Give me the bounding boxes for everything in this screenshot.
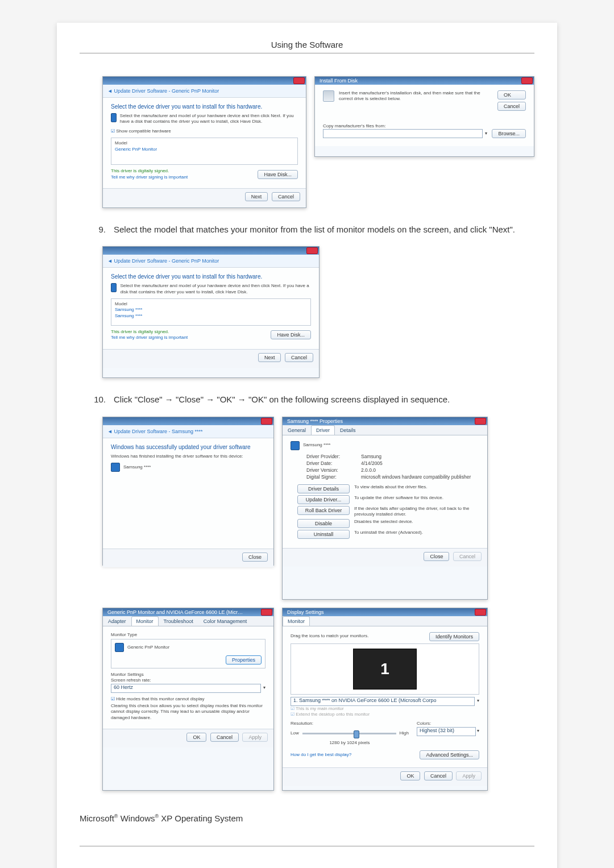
dialog-update-driver-select-samsung: ◄ Update Driver Software - Generic PnP M… [102,246,320,378]
dialog-subtext: Windows has finished installing the driv… [111,454,265,459]
drag-instruction: Drag the icons to match your monitors. [291,633,368,639]
colors-select[interactable]: Highest (32 bit) [417,727,476,736]
close-icon[interactable] [475,418,486,425]
slider-high-label: High [400,730,409,736]
uninstall-button[interactable]: Uninstall [297,530,350,539]
close-icon[interactable] [475,609,486,616]
copy-from-label: Copy manufacturer's files from: [323,123,526,129]
next-button[interactable]: Next [258,353,281,362]
cancel-button[interactable]: Cancel [424,771,453,780]
close-icon[interactable] [521,77,533,84]
breadcrumb: ◄ Update Driver Software - Generic PnP M… [103,85,306,98]
have-disk-button[interactable]: Have Disk... [271,330,311,339]
cancel-button[interactable]: Cancel [453,552,482,561]
resolution-slider[interactable] [302,733,396,734]
cancel-button[interactable]: Cancel [497,102,526,111]
monitor-select[interactable]: 1. Samsung **** on NVIDIA GeForce 6600 L… [291,697,475,706]
signed-link[interactable]: Tell me why driver signing is important [111,335,188,340]
browse-button[interactable]: Browse... [492,129,526,138]
model-item[interactable]: Generic PnP Monitor [115,147,294,152]
signed-text: This driver is digitally signed. [111,168,188,174]
step-number: 10. [91,393,106,406]
tabs: General Driver Details [283,425,487,435]
slider-low-label: Low [291,730,299,736]
tab-troubleshoot[interactable]: Troubleshoot [159,616,198,626]
os-text: XP Operating System [159,813,243,823]
model-item[interactable]: Samsung **** [115,307,307,313]
identify-monitors-button[interactable]: Identify Monitors [429,632,479,641]
tab-color-mgmt[interactable]: Color Management [198,616,252,626]
extend-desktop-checkbox: Extend the desktop onto this monitor [291,712,479,717]
kv-value: microsoft windows hardware compatibility… [361,474,479,480]
dropdown-icon[interactable]: ▾ [485,131,487,136]
tab-details[interactable]: Details [335,425,361,435]
apply-button[interactable]: Apply [456,771,482,780]
dropdown-icon[interactable]: ▾ [263,685,265,691]
step-9: 9. Select the model that matches your mo… [91,223,534,236]
properties-button[interactable]: Properties [226,655,262,665]
close-button[interactable]: Close [242,553,268,562]
refresh-rate-label: Screen refresh rate: [111,678,265,683]
driver-details-button[interactable]: Driver Details [297,484,350,493]
ok-button[interactable]: OK [497,90,526,99]
dropdown-icon[interactable]: ▾ [477,698,479,704]
os-text: Windows [118,813,155,823]
model-list[interactable]: Model Generic PnP Monitor [111,138,298,165]
dialog-device-properties: Samsung **** Properties General Driver D… [282,417,488,600]
ok-button[interactable]: OK [400,771,420,780]
rollback-driver-button[interactable]: Roll Back Driver [297,506,350,515]
page-header: Using the Software [80,40,534,53]
model-item[interactable]: Samsung **** [115,313,307,319]
titlebar: Install From Disk [315,77,534,85]
ok-button[interactable]: OK [186,733,206,742]
dialog-install-from-disk: Install From Disk Insert the manufacture… [314,76,534,157]
hide-modes-checkbox[interactable]: Hide modes that this monitor cannot disp… [111,696,265,702]
close-icon[interactable] [306,247,318,254]
resolution-value: 1280 by 1024 pixels [291,740,409,746]
col-model: Model [115,140,294,146]
slider-thumb-icon[interactable] [354,730,359,738]
close-icon[interactable] [293,77,305,84]
tab-adapter[interactable]: Adapter [103,616,131,626]
next-button[interactable]: Next [245,192,268,201]
signed-link[interactable]: Tell me why driver signing is important [111,175,188,180]
have-disk-button[interactable]: Have Disk... [258,170,298,179]
close-icon[interactable] [261,418,272,425]
tab-monitor[interactable]: Monitor [283,616,310,626]
device-icon [111,283,117,292]
breadcrumb-text: Update Driver Software - Generic PnP Mon… [114,88,219,94]
resolution-label: Resolution: [291,721,409,726]
help-link[interactable]: How do I get the best display? [291,752,351,758]
dialog-heading: Select the device driver you want to ins… [111,273,311,280]
figure-col-c: ◄ Update Driver Software - Generic PnP M… [102,246,534,378]
show-compatible-checkbox[interactable]: Show compatible hardware [111,128,298,134]
dialog-monitor-adapter-properties: Generic PnP Monitor and NVIDIA GeForce 6… [102,608,274,791]
btn-desc: If the device fails after updating the d… [354,506,479,518]
tab-monitor[interactable]: Monitor [131,616,159,626]
refresh-rate-select[interactable]: 60 Hertz [111,684,261,693]
cancel-button[interactable]: Cancel [272,192,300,201]
dialog-message: Insert the manufacturer's installation d… [339,90,491,102]
device-icon [291,441,300,450]
dropdown-icon[interactable]: ▾ [477,728,479,734]
hide-modes-warning: Clearing this check box allows you to se… [111,703,265,721]
apply-button[interactable]: Apply [242,733,268,742]
dialog-display-settings: Display Settings Monitor Drag the icons … [282,608,488,791]
disable-button[interactable]: Disable [297,519,350,528]
driver-info: Driver Provider:Samsung Driver Date:4/14… [306,454,479,480]
disk-icon [323,90,334,102]
update-driver-button[interactable]: Update Driver... [297,495,350,504]
cancel-button[interactable]: Cancel [210,733,239,742]
dialog-subtext: Select the manufacturer and model of you… [120,113,298,125]
cancel-button[interactable]: Cancel [285,353,313,362]
tab-general[interactable]: General [283,425,311,435]
advanced-settings-button[interactable]: Advanced Settings... [420,750,479,759]
close-icon[interactable] [261,609,272,616]
model-list[interactable]: Model Samsung **** Samsung **** [111,298,311,326]
close-button[interactable]: Close [424,552,449,561]
dialog-title: Generic PnP Monitor and NVIDIA GeForce 6… [104,609,244,615]
btn-desc: To view details about the driver files. [354,484,428,490]
copy-from-field[interactable] [323,129,483,138]
monitor-thumb[interactable]: 1 [353,649,417,690]
tab-driver[interactable]: Driver [311,425,335,435]
